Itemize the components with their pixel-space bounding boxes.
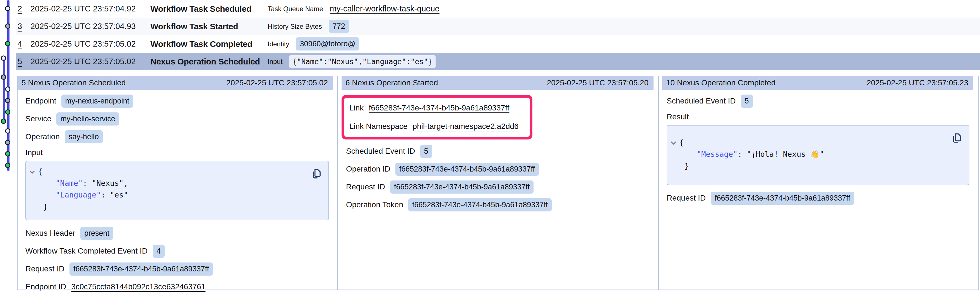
result-section-label: Result bbox=[667, 110, 969, 124]
json-line: } bbox=[30, 201, 306, 213]
event-timestamp: 2025-02-25 UTC 23:57:04.92 bbox=[30, 4, 150, 13]
panel-nexus-operation-started: 6 Nexus Operation Started 2025-02-25 UTC… bbox=[337, 76, 658, 289]
event-attr-label: Identity bbox=[267, 40, 289, 48]
timeline-event-dot[interactable] bbox=[5, 86, 10, 92]
timeline-event-dot[interactable] bbox=[5, 128, 10, 133]
json-line: "Language": "es" bbox=[30, 189, 306, 201]
link-namespace-link[interactable]: phil-target-namespace2.a2dd6 bbox=[413, 122, 519, 131]
timeline-event-dot[interactable] bbox=[5, 24, 10, 29]
endpoint-badge: my-nexus-endpoint bbox=[61, 95, 134, 108]
field-label: Request ID bbox=[346, 183, 385, 191]
event-attr-label: Input bbox=[267, 58, 282, 65]
event-id-link[interactable]: 2 bbox=[18, 4, 30, 13]
timeline-event-dot[interactable] bbox=[5, 41, 10, 46]
panel-title: 5 Nexus Operation Scheduled bbox=[21, 78, 126, 87]
copy-icon[interactable] bbox=[951, 131, 963, 144]
panel-header: 5 Nexus Operation Scheduled 2025-02-25 U… bbox=[18, 76, 333, 90]
json-root-line: { bbox=[30, 166, 306, 177]
panel-body: Link f665283f-743e-4374-b45b-9a61a89337f… bbox=[338, 90, 658, 214]
panel-timestamp: 2025-02-25 UTC 23:57:05.23 bbox=[867, 78, 968, 87]
timeline-event-dot[interactable] bbox=[5, 163, 10, 168]
event-name: Workflow Task Scheduled bbox=[150, 4, 267, 14]
field-label: Operation Token bbox=[346, 200, 403, 209]
service-row: Service my-hello-service bbox=[25, 110, 329, 128]
event-id-link[interactable]: 3 bbox=[18, 22, 30, 31]
field-label: Nexus Header bbox=[25, 229, 75, 238]
json-line: } bbox=[671, 160, 947, 172]
copy-icon[interactable] bbox=[310, 167, 322, 180]
collapse-chevron-icon[interactable] bbox=[671, 140, 676, 145]
event-history-table: 2 2025-02-25 UTC 23:57:04.92 Workflow Ta… bbox=[16, 0, 980, 70]
request-id-row: Request ID f665283f-743e-4374-b45b-9a61a… bbox=[25, 260, 329, 278]
event-attr-label: History Size Bytes bbox=[267, 22, 322, 30]
event-attr-label: Task Queue Name bbox=[267, 5, 323, 13]
panel-timestamp: 2025-02-25 UTC 23:57:05.20 bbox=[547, 78, 649, 87]
event-row-2[interactable]: 2 2025-02-25 UTC 23:57:04.92 Workflow Ta… bbox=[16, 0, 980, 17]
endpoint-id-row: Endpoint ID 3c0c75ccfa8144b092c13ce63246… bbox=[25, 278, 329, 294]
wft-completed-event-id-row: Workflow Task Completed Event ID 4 bbox=[25, 242, 329, 260]
event-id-link[interactable]: 4 bbox=[18, 39, 30, 49]
timeline-event-dot[interactable] bbox=[5, 6, 10, 11]
request-id-badge: f665283f-743e-4374-b45b-9a61a89337ff bbox=[390, 181, 533, 194]
timeline-event-dot[interactable] bbox=[5, 98, 10, 103]
endpoint-id-link[interactable]: 3c0c75ccfa8144b092c13ce632463761 bbox=[71, 282, 205, 291]
timeline-event-dot[interactable] bbox=[1, 119, 6, 124]
panel-timestamp: 2025-02-25 UTC 23:57:05.02 bbox=[226, 78, 328, 87]
field-label: Scheduled Event ID bbox=[346, 147, 415, 156]
input-section-label: Input bbox=[25, 146, 329, 160]
event-row-5-selected[interactable]: 5 2025-02-25 UTC 23:57:05.02 Nexus Opera… bbox=[16, 53, 980, 70]
operation-row: Operation say-hello bbox=[25, 128, 329, 146]
panel-title: 10 Nexus Operation Completed bbox=[666, 78, 775, 87]
input-json-viewer: { "Name": "Nexus", "Language": "es" } bbox=[25, 161, 329, 220]
operation-id-badge: f665283f-743e-4374-b45b-9a61a89337ff bbox=[395, 163, 539, 176]
panel-header: 6 Nexus Operation Started 2025-02-25 UTC… bbox=[342, 76, 654, 90]
json-line: "Message": "¡Hola! Nexus 👋" bbox=[671, 148, 947, 160]
timeline-event-dot[interactable] bbox=[5, 151, 10, 156]
scheduled-event-id-badge: 5 bbox=[420, 145, 432, 158]
field-label: Endpoint bbox=[25, 97, 56, 105]
field-label: Request ID bbox=[25, 264, 64, 273]
field-label: Workflow Task Completed Event ID bbox=[25, 246, 148, 256]
panel-header: 10 Nexus Operation Completed 2025-02-25 … bbox=[662, 76, 973, 90]
nexus-header-badge: present bbox=[80, 227, 113, 240]
service-badge: my-hello-service bbox=[56, 113, 119, 126]
operation-token-row: Operation Token f665283f-743e-4374-b45b-… bbox=[346, 196, 650, 214]
task-queue-link[interactable]: my-caller-workflow-task-queue bbox=[330, 4, 439, 13]
link-namespace-row: Link Namespace phil-target-namespace2.a2… bbox=[349, 117, 524, 135]
timeline-event-dot[interactable] bbox=[5, 140, 10, 145]
temporal-event-history-screen: 2 2025-02-25 UTC 23:57:04.92 Workflow Ta… bbox=[0, 0, 980, 294]
timeline-event-dot[interactable] bbox=[5, 109, 10, 114]
nexus-header-row: Nexus Header present bbox=[25, 224, 329, 242]
event-name: Workflow Task Completed bbox=[150, 39, 267, 49]
field-label: Link bbox=[349, 103, 364, 113]
event-detail-panels: 5 Nexus Operation Scheduled 2025-02-25 U… bbox=[17, 76, 978, 290]
panel-nexus-operation-completed: 10 Nexus Operation Completed 2025-02-25 … bbox=[658, 76, 978, 289]
event-input-json-badge: {"Name":"Nexus","Language":"es"} bbox=[289, 55, 436, 68]
event-attr-value-badge: 772 bbox=[329, 20, 349, 33]
request-id-row: Request ID f665283f-743e-4374-b45b-9a61a… bbox=[346, 178, 650, 196]
event-name: Nexus Operation Scheduled bbox=[150, 57, 267, 67]
request-id-row: Request ID f665283f-743e-4374-b45b-9a61a… bbox=[667, 189, 969, 207]
timeline-event-dot[interactable] bbox=[1, 56, 6, 61]
event-row-4[interactable]: 4 2025-02-25 UTC 23:57:05.02 Workflow Ta… bbox=[16, 35, 980, 53]
endpoint-row: Endpoint my-nexus-endpoint bbox=[25, 92, 329, 110]
operation-badge: say-hello bbox=[65, 130, 103, 143]
timeline-event-dot[interactable] bbox=[1, 75, 6, 80]
operation-token-badge: f665283f-743e-4374-b45b-9a61a89337ff bbox=[408, 198, 552, 211]
panel-title: 6 Nexus Operation Started bbox=[345, 78, 438, 87]
operation-id-row: Operation ID f665283f-743e-4374-b45b-9a6… bbox=[346, 160, 650, 178]
event-id-link[interactable]: 5 bbox=[18, 57, 30, 66]
link-highlight-annotation: Link f665283f-743e-4374-b45b-9a61a89337f… bbox=[342, 95, 532, 140]
link-value-link[interactable]: f665283f-743e-4374-b45b-9a61a89337ff bbox=[369, 103, 509, 113]
field-label: Endpoint ID bbox=[25, 282, 66, 291]
event-row-3[interactable]: 3 2025-02-25 UTC 23:57:04.93 Workflow Ta… bbox=[16, 17, 980, 35]
panel-body: Endpoint my-nexus-endpoint Service my-he… bbox=[18, 90, 337, 294]
scheduled-event-id-row: Scheduled Event ID 5 bbox=[667, 92, 969, 110]
event-attr-value-badge: 30960@totoro@ bbox=[296, 37, 359, 51]
collapse-chevron-icon[interactable] bbox=[30, 168, 35, 173]
panel-nexus-operation-scheduled: 5 Nexus Operation Scheduled 2025-02-25 U… bbox=[17, 76, 337, 289]
field-label: Operation ID bbox=[346, 165, 390, 173]
field-label: Operation bbox=[25, 132, 60, 141]
link-row: Link f665283f-743e-4374-b45b-9a61a89337f… bbox=[349, 99, 524, 117]
json-line: "Name": "Nexus", bbox=[30, 177, 306, 189]
